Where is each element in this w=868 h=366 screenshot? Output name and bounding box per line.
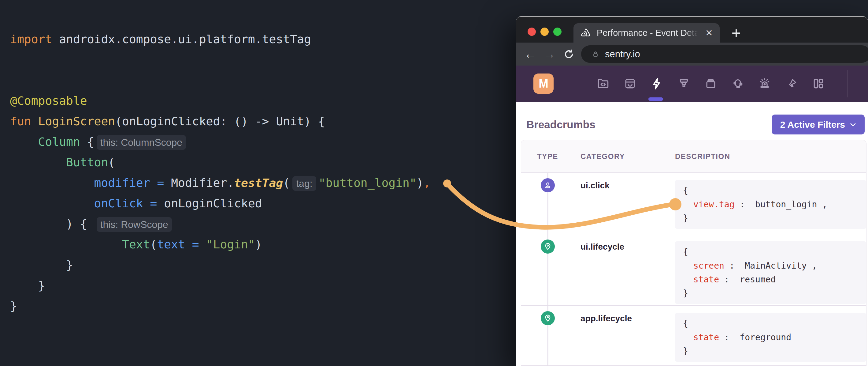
code-line bbox=[10, 50, 431, 70]
inlay-hint: this: ColumnScope bbox=[97, 135, 186, 150]
column-header-category: CATEGORY bbox=[581, 140, 625, 173]
chevron-down-icon bbox=[849, 120, 857, 129]
window-zoom-button[interactable] bbox=[553, 28, 562, 36]
code-editor[interactable]: import androidx.compose.ui.platform.test… bbox=[10, 29, 431, 316]
breadcrumb-data: { view.tag : button_login , } bbox=[675, 180, 866, 229]
breadcrumb-data: { state : foreground } bbox=[675, 313, 866, 362]
pin-icon bbox=[541, 240, 555, 254]
code-line: @Composable bbox=[10, 91, 431, 111]
column-header-type: TYPE bbox=[537, 140, 558, 173]
sentry-top-nav: M bbox=[516, 65, 868, 102]
active-filters-label: 2 Active Filters bbox=[780, 119, 845, 130]
code-line: import androidx.compose.ui.platform.test… bbox=[10, 29, 431, 50]
window-minimize-button[interactable] bbox=[540, 28, 549, 36]
org-avatar[interactable]: M bbox=[533, 74, 554, 94]
reload-icon[interactable] bbox=[561, 43, 577, 65]
code-line: onClick = onLoginClicked bbox=[10, 193, 431, 214]
breadcrumb-row-ui.lifecycle: ui.lifecycle{ screen : MainActivity , st… bbox=[521, 234, 866, 306]
browser-titlebar: Performance - Event Details - m ✕ + bbox=[516, 17, 868, 43]
screenshot-root: import androidx.compose.ui.platform.test… bbox=[0, 0, 868, 366]
nav-icon-dashboards[interactable] bbox=[812, 77, 825, 90]
window-close-button[interactable] bbox=[528, 28, 536, 36]
breadcrumbs-panel: TYPECATEGORYDESCRIPTION ui.click{ view.t… bbox=[521, 140, 866, 366]
breadcrumb-row-ui.click: ui.click{ view.tag : button_login , } bbox=[521, 173, 866, 234]
column-header-description: DESCRIPTION bbox=[675, 140, 731, 173]
tab-title: Performance - Event Details - m bbox=[597, 28, 698, 38]
new-tab-button[interactable]: + bbox=[727, 23, 745, 43]
breadcrumb-data: { screen : MainActivity , state : resume… bbox=[675, 241, 866, 304]
nav-icon-discover[interactable] bbox=[677, 77, 691, 90]
code-line: ) { this: RowScope bbox=[10, 214, 431, 234]
browser-tab[interactable]: Performance - Event Details - m ✕ bbox=[574, 23, 720, 43]
tab-close-icon[interactable]: ✕ bbox=[705, 28, 713, 38]
pin-icon bbox=[541, 311, 555, 325]
nav-separator bbox=[847, 70, 848, 97]
breadcrumb-category: app.lifecycle bbox=[581, 314, 632, 323]
breadcrumb-category: ui.click bbox=[581, 181, 610, 191]
inlay-hint: this: RowScope bbox=[97, 217, 172, 232]
sentry-favicon-icon bbox=[580, 28, 591, 38]
breadcrumb-category: ui.lifecycle bbox=[581, 242, 624, 252]
back-icon[interactable]: ← bbox=[522, 43, 538, 65]
code-line: Column {this: ColumnScope bbox=[10, 132, 431, 152]
url-text: sentry.io bbox=[605, 49, 640, 60]
nav-icon-releases[interactable] bbox=[704, 77, 717, 90]
browser-window: Performance - Event Details - m ✕ + ← → … bbox=[516, 16, 868, 366]
forward-icon[interactable]: → bbox=[541, 43, 558, 65]
nav-icon-issues[interactable] bbox=[623, 77, 637, 90]
nav-icon-projects[interactable] bbox=[596, 77, 610, 90]
nav-icon-user-feedback[interactable] bbox=[731, 77, 744, 90]
code-line: fun LoginScreen(onLoginClicked: () -> Un… bbox=[10, 111, 431, 132]
code-line: } bbox=[10, 275, 431, 296]
active-filters-button[interactable]: 2 Active Filters bbox=[772, 115, 865, 135]
inlay-hint: tag: bbox=[292, 176, 316, 191]
page-title: Breadcrumbs bbox=[526, 118, 595, 131]
active-tab-indicator bbox=[648, 97, 663, 101]
breadcrumb-row-app.lifecycle: app.lifecycle{ state : foreground } bbox=[521, 306, 866, 366]
table-body: ui.click{ view.tag : button_login , }ui.… bbox=[521, 173, 866, 366]
lock-icon bbox=[591, 50, 600, 59]
nav-icon-alerts[interactable] bbox=[758, 77, 771, 90]
code-line: modifier = Modifier.testTag(tag:"button_… bbox=[10, 173, 431, 193]
page-content: Breadcrumbs 2 Active Filters TYPECATEGOR… bbox=[516, 102, 868, 366]
nav-icon-performance[interactable] bbox=[650, 77, 664, 90]
nav-icon-stats[interactable] bbox=[785, 77, 798, 90]
code-line: Text(text = "Login") bbox=[10, 234, 431, 255]
user-icon bbox=[541, 178, 555, 192]
code-line: } bbox=[10, 255, 431, 275]
table-header: TYPECATEGORYDESCRIPTION bbox=[521, 140, 866, 173]
code-line: } bbox=[10, 296, 431, 316]
code-line: Button( bbox=[10, 152, 431, 173]
code-line bbox=[10, 70, 431, 91]
browser-toolbar: ← → sentry.io bbox=[516, 43, 868, 65]
address-bar[interactable]: sentry.io bbox=[581, 45, 868, 63]
